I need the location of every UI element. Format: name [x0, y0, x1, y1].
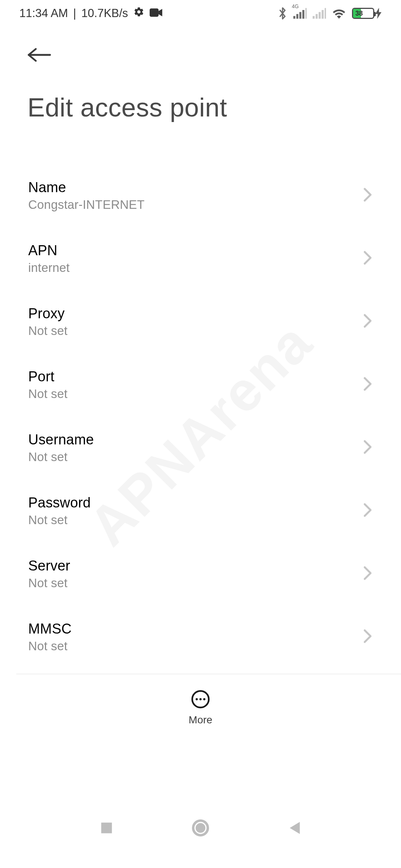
- chevron-right-icon: [363, 376, 373, 393]
- svg-rect-1: [293, 16, 295, 19]
- svg-rect-3: [299, 12, 301, 19]
- setting-value: Not set: [28, 450, 94, 464]
- setting-value: Not set: [28, 324, 68, 338]
- setting-row-username[interactable]: UsernameNot set: [28, 416, 373, 479]
- battery-indicator: 38: [352, 8, 382, 19]
- circle-icon: [192, 819, 209, 836]
- settings-list: NameCongstar-INTERNETAPNinternetProxyNot…: [0, 122, 401, 731]
- chevron-right-icon: [363, 250, 373, 267]
- chevron-right-icon: [363, 502, 373, 519]
- nav-back-button[interactable]: [283, 817, 306, 839]
- svg-rect-8: [319, 12, 320, 19]
- status-bar-left: 11:34 AM | 10.7KB/s: [19, 6, 162, 20]
- chevron-right-icon: [363, 565, 373, 582]
- arrow-left-icon: [27, 47, 51, 63]
- setting-label: APN: [28, 243, 70, 259]
- setting-value: Congstar-INTERNET: [28, 198, 144, 212]
- triangle-left-icon: [288, 821, 301, 835]
- svg-point-15: [199, 698, 202, 700]
- nav-home-button[interactable]: [189, 817, 212, 839]
- status-time: 11:34 AM: [19, 7, 68, 20]
- more-circle-icon: [191, 690, 210, 709]
- status-separator: |: [73, 7, 76, 20]
- more-label: More: [189, 714, 212, 726]
- svg-rect-10: [325, 8, 326, 19]
- svg-point-19: [196, 823, 205, 833]
- setting-label: Server: [28, 558, 70, 574]
- back-button[interactable]: [27, 47, 51, 65]
- svg-rect-17: [101, 823, 112, 834]
- svg-rect-7: [316, 14, 317, 19]
- setting-label: Password: [28, 495, 91, 511]
- wifi-icon: [332, 8, 346, 19]
- setting-label: MMSC: [28, 621, 72, 637]
- header: Edit access point: [0, 27, 401, 122]
- setting-row-mmsc[interactable]: MMSCNot set: [28, 605, 373, 668]
- setting-row-apn[interactable]: APNinternet: [28, 227, 373, 290]
- svg-rect-9: [322, 10, 323, 19]
- chevron-right-icon: [363, 313, 373, 330]
- setting-row-password[interactable]: PasswordNot set: [28, 479, 373, 542]
- camera-icon: [150, 7, 162, 20]
- setting-label: Username: [28, 432, 94, 448]
- status-net-speed: 10.7KB/s: [81, 7, 128, 20]
- svg-rect-5: [305, 8, 307, 19]
- setting-value: internet: [28, 261, 70, 275]
- setting-row-proxy[interactable]: ProxyNot set: [28, 290, 373, 353]
- status-bar: 11:34 AM | 10.7KB/s 4G ✕ 38: [0, 0, 401, 27]
- square-icon: [100, 821, 113, 835]
- setting-value: Not set: [28, 639, 72, 653]
- svg-rect-0: [150, 9, 159, 17]
- svg-rect-4: [302, 10, 304, 19]
- svg-rect-2: [296, 14, 298, 19]
- setting-value: Not set: [28, 576, 70, 590]
- setting-row-port[interactable]: PortNot set: [28, 353, 373, 416]
- more-button[interactable]: More: [189, 690, 212, 726]
- setting-value: Not set: [28, 513, 91, 527]
- svg-point-14: [196, 698, 198, 700]
- svg-text:✕: ✕: [325, 18, 326, 19]
- chevron-right-icon: [363, 628, 373, 645]
- signal-sim2-icon: ✕: [313, 8, 326, 19]
- bottom-action-bar: More: [0, 674, 401, 741]
- gear-icon: [133, 6, 144, 20]
- page-title: Edit access point: [27, 69, 374, 122]
- setting-row-name[interactable]: NameCongstar-INTERNET: [28, 164, 373, 227]
- status-bar-right: 4G ✕ 38: [278, 7, 382, 20]
- svg-point-16: [203, 698, 205, 700]
- setting-row-server[interactable]: ServerNot set: [28, 542, 373, 605]
- signal-sim1-icon: 4G: [293, 8, 307, 19]
- svg-rect-6: [313, 16, 314, 19]
- setting-label: Proxy: [28, 306, 68, 322]
- nav-recent-button[interactable]: [95, 817, 118, 839]
- android-nav-bar: [0, 799, 401, 857]
- chevron-right-icon: [363, 439, 373, 456]
- setting-label: Port: [28, 369, 68, 385]
- setting-label: Name: [28, 180, 144, 195]
- chevron-right-icon: [363, 187, 373, 204]
- setting-value: Not set: [28, 387, 68, 401]
- charging-bolt-icon: [375, 8, 382, 19]
- bluetooth-icon: [278, 7, 287, 20]
